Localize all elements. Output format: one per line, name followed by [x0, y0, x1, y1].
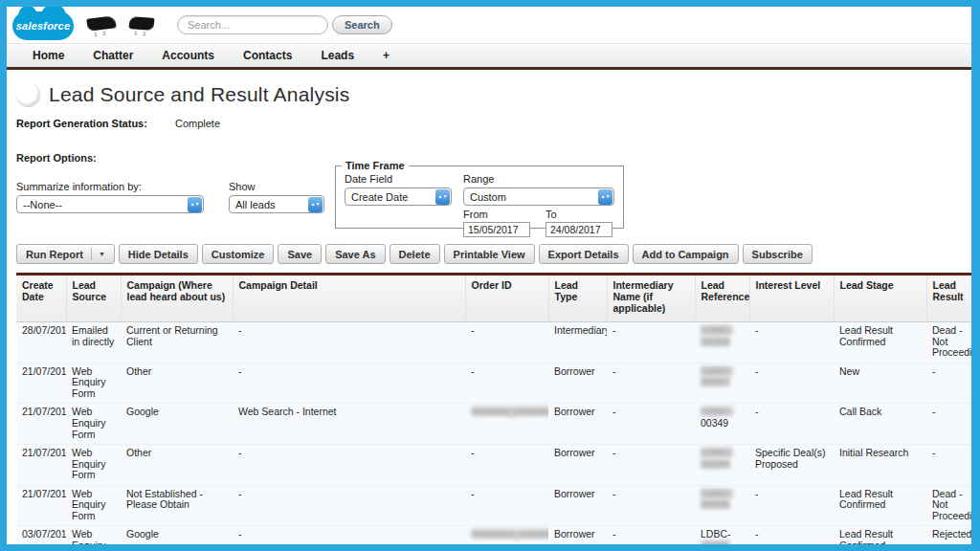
- to-date-input[interactable]: [546, 222, 612, 237]
- table-cell: Emailed in directly: [66, 322, 121, 364]
- from-date-input[interactable]: [463, 222, 530, 237]
- add-to-campaign-button[interactable]: Add to Campaign: [633, 244, 739, 264]
- table-cell: -: [749, 485, 834, 526]
- global-search: Search: [177, 15, 392, 34]
- column-header[interactable]: Lead Source: [66, 275, 121, 322]
- column-header[interactable]: Campaign Detail: [233, 275, 465, 322]
- table-cell: 21/07/2017: [16, 363, 66, 404]
- toolbar: Run Report▼Hide DetailsCustomizeSaveSave…: [16, 244, 962, 264]
- table-cell: -: [926, 404, 980, 445]
- table-cell: -: [749, 363, 834, 404]
- column-header[interactable]: Intermediary Name (if applicable): [607, 275, 695, 322]
- table-row: 28/07/2017Emailed in directlyCurrent or …: [16, 322, 980, 364]
- table-cell: Lead Result Confirmed: [834, 526, 926, 551]
- report-status: Report Generation Status: Complete: [16, 118, 962, 129]
- table-cell: -: [465, 363, 548, 404]
- table-cell: Other: [121, 445, 233, 486]
- table-cell: 03/07/2017: [16, 526, 66, 551]
- table-cell: Borrower: [548, 363, 607, 404]
- search-input[interactable]: [177, 15, 328, 34]
- table-cell: Web Enquiry Form: [66, 526, 121, 551]
- table-body: 28/07/2017Emailed in directlyCurrent or …: [16, 322, 980, 551]
- table-row: 21/07/2017Web Enquiry FormOther--Borrowe…: [16, 445, 980, 486]
- table-cell: LDBC- 00349: [695, 404, 749, 445]
- run-report-button[interactable]: Run Report▼: [16, 244, 115, 264]
- table-cell: -: [749, 404, 834, 445]
- redacted-text: 00356: [701, 337, 730, 346]
- table-row: 21/07/2017Web Enquiry FormGoogleWeb Sear…: [16, 404, 980, 445]
- redacted-logo-icon: [86, 15, 116, 32]
- save-button[interactable]: Save: [278, 244, 322, 264]
- range-select[interactable]: Custom ▲▼: [463, 187, 614, 206]
- export-details-button[interactable]: Export Details: [539, 244, 629, 264]
- status-label: Report Generation Status:: [16, 118, 147, 129]
- table-cell: Google: [121, 526, 233, 551]
- time-frame-legend: Time Frame: [342, 160, 409, 171]
- redacted-text: LDBC-: [701, 489, 733, 498]
- button-label: Save: [287, 249, 312, 260]
- column-header[interactable]: Lead Type: [548, 275, 607, 322]
- redacted-text: LDBC-: [701, 366, 733, 376]
- customize-button[interactable]: Customize: [202, 244, 275, 264]
- redacted-header-area: [87, 17, 154, 30]
- page-title: Lead Source and Result Analysis: [49, 83, 349, 106]
- show-select[interactable]: All leads ▲▼: [229, 195, 324, 213]
- table-cell: Web Enquiry Form: [66, 485, 121, 526]
- table-cell: New: [834, 363, 926, 404]
- table-cell: Current or Returning Client: [121, 322, 233, 364]
- table-cell: -: [465, 485, 548, 526]
- table-cell: LDBC- 00365: [695, 526, 749, 551]
- button-label: Printable View: [454, 249, 525, 260]
- redacted-logo-icon: [129, 16, 155, 31]
- up-down-stepper-icon: ▲▼: [188, 197, 202, 212]
- table-cell: Dead - Not Proceeding: [926, 485, 980, 526]
- column-header[interactable]: Lead Result: [926, 275, 980, 322]
- column-header[interactable]: Create Date: [16, 275, 66, 322]
- redacted-text: LDBC-: [701, 448, 733, 457]
- button-label: Subscribe: [752, 249, 803, 260]
- table-cell: Specific Deal(s) Proposed: [749, 445, 834, 486]
- brand-text: salesforce: [16, 20, 70, 32]
- date-field-select[interactable]: Create Date ▲▼: [345, 187, 452, 206]
- column-header[interactable]: Campaign (Where lead heard about us): [121, 275, 233, 322]
- summarize-select[interactable]: --None-- ▲▼: [16, 195, 204, 213]
- column-header[interactable]: Lead Reference: [695, 275, 749, 322]
- salesforce-window: salesforce Search HomeChatterAccountsCon…: [0, 0, 980, 551]
- report-filters: Summarize information by: --None-- ▲▼ Sh…: [16, 165, 962, 240]
- table-cell: Xxxxxxx_xXxxxxx: [465, 404, 548, 445]
- button-label: Add to Campaign: [642, 249, 729, 260]
- table-cell: -: [465, 322, 548, 364]
- up-down-stepper-icon: ▲▼: [308, 197, 323, 212]
- table-cell: -: [233, 322, 465, 364]
- column-header[interactable]: Order ID: [465, 275, 548, 322]
- column-header[interactable]: Interest Level: [749, 275, 834, 322]
- chevron-down-icon: ▼: [91, 248, 105, 260]
- tab-contacts[interactable]: Contacts: [229, 44, 306, 68]
- tab-leads[interactable]: Leads: [306, 44, 368, 68]
- button-label: Save As: [335, 249, 375, 260]
- subscribe-button[interactable]: Subscribe: [743, 244, 813, 264]
- table-cell: 28/07/2017: [16, 322, 66, 364]
- hide-details-button[interactable]: Hide Details: [119, 244, 198, 264]
- cell-text: 00349: [701, 417, 728, 429]
- delete-button[interactable]: Delete: [390, 244, 440, 264]
- button-label: Delete: [399, 249, 431, 260]
- date-field-label: Date Field: [345, 173, 452, 185]
- search-button[interactable]: Search: [332, 15, 392, 34]
- table-cell: -: [465, 445, 548, 486]
- tab-accounts[interactable]: Accounts: [147, 44, 229, 68]
- table-cell: Web Enquiry Form: [66, 445, 121, 486]
- tab-chatter[interactable]: Chatter: [78, 44, 147, 68]
- table-cell: 21/07/2017: [16, 485, 66, 526]
- table-cell: LDBC- 00347: [695, 363, 749, 404]
- table-cell: Borrower: [548, 445, 607, 486]
- to-label: To: [546, 209, 612, 220]
- save-as-button[interactable]: Save As: [325, 244, 385, 264]
- printable-view-button[interactable]: Printable View: [444, 244, 535, 264]
- column-header[interactable]: Lead Stage: [834, 275, 926, 322]
- table-cell: Initial Research: [834, 445, 926, 486]
- tab-add[interactable]: +: [368, 44, 404, 68]
- tab-home[interactable]: Home: [18, 44, 78, 68]
- table-cell: Dead - Not Proceeding: [926, 322, 980, 364]
- button-label: Export Details: [548, 249, 619, 260]
